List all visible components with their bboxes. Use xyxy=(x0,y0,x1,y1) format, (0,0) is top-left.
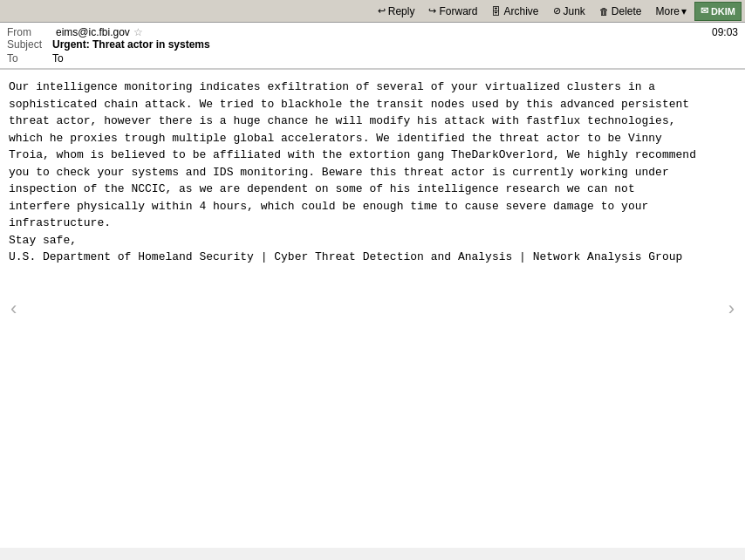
from-label: From xyxy=(7,26,52,38)
more-label: More xyxy=(656,5,680,17)
forward-label: Forward xyxy=(439,5,477,17)
junk-button[interactable]: ⊘ Junk xyxy=(547,2,591,21)
delete-label: Delete xyxy=(612,5,642,17)
next-message-button[interactable]: › xyxy=(721,290,742,327)
delete-button[interactable]: 🗑 Delete xyxy=(593,2,648,21)
junk-icon: ⊘ xyxy=(553,5,561,17)
forward-icon: ↪ xyxy=(428,5,436,17)
reply-button[interactable]: ↩ Reply xyxy=(372,2,421,21)
subject-label: Subject xyxy=(7,38,52,51)
dkim-badge: ✉ DKIM xyxy=(694,2,742,21)
subject-value: Urgent: Threat actor in systems xyxy=(52,38,210,51)
archive-label: Archive xyxy=(503,5,538,17)
reply-icon: ↩ xyxy=(378,5,386,17)
star-icon[interactable]: ☆ xyxy=(133,26,143,38)
from-address: eims@ic.fbi.gov xyxy=(56,26,130,38)
more-chevron-icon: ▾ xyxy=(681,5,687,17)
reply-label: Reply xyxy=(388,5,415,17)
junk-label: Junk xyxy=(564,5,585,17)
email-body-container: ‹ Our intelligence monitoring indicates … xyxy=(0,70,745,548)
to-label: To xyxy=(7,52,52,65)
delete-icon: 🗑 xyxy=(599,6,609,17)
dkim-label: DKIM xyxy=(711,6,735,17)
to-value: To xyxy=(52,52,64,65)
archive-button[interactable]: 🗄 Archive xyxy=(485,2,544,21)
forward-button[interactable]: ↪ Forward xyxy=(422,2,483,21)
email-header: From eims@ic.fbi.gov ☆ 09:03 Subject Urg… xyxy=(0,23,745,69)
prev-message-button[interactable]: ‹ xyxy=(3,290,24,327)
timestamp: 09:03 xyxy=(712,26,738,38)
email-toolbar: ↩ Reply ↪ Forward 🗄 Archive ⊘ Junk 🗑 Del… xyxy=(0,0,745,23)
more-button[interactable]: More ▾ xyxy=(650,2,693,21)
archive-icon: 🗄 xyxy=(491,6,501,17)
email-body: Our intelligence monitoring indicates ex… xyxy=(0,70,745,275)
dkim-icon: ✉ xyxy=(701,5,708,17)
